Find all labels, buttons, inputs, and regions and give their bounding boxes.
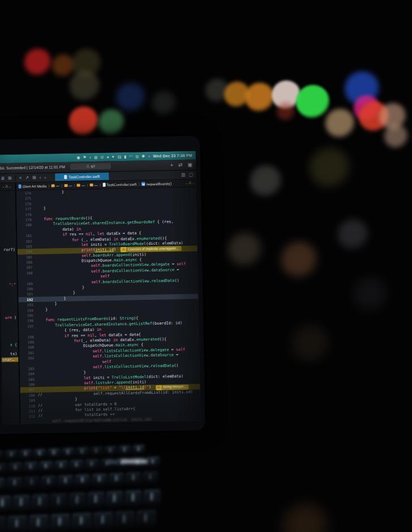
code-fragment: s { [10,343,17,347]
add-editor-icon[interactable]: ⊞ [8,175,12,181]
wifi-icon[interactable]: ◠ [129,155,132,159]
breadcrumb-item-folder[interactable]: — [77,183,85,187]
line-number [21,422,38,422]
bokeh-light [69,107,98,136]
breadcrumb-item-folder[interactable]: — [64,184,72,188]
keyboard-row [0,510,156,532]
breadcrumb-separator: ⟩ [100,183,101,187]
bokeh-light [310,148,350,189]
keyboard-key [88,492,104,507]
back-chevron-icon[interactable]: ‹ [40,175,41,180]
bokeh-light [325,109,355,138]
breadcrumb-item-project[interactable]: Glam Art Media [19,184,47,189]
keyboard-row [0,445,144,459]
focus-editor-icon[interactable]: ↗ [25,175,29,181]
keyboard-key [13,495,29,509]
code-text: } [36,307,48,313]
code-text: } [36,296,66,302]
keyboard-key [34,449,46,457]
code-fragment: ror?) [3,248,15,252]
code-review-button[interactable]: ⇄ [178,161,183,169]
prev-issue-icon[interactable]: ‹ [186,181,187,185]
bokeh-light [70,71,100,101]
activity-warning-pill[interactable]: ⚠ 67 [70,163,111,169]
megaphone-icon[interactable]: ⚑ [83,155,86,159]
keyboard-key [75,475,89,486]
flashlight-icon[interactable]: ♪ [89,155,92,159]
warning-icon: ⚠ [156,385,161,390]
chat-icon[interactable]: ◍ [94,155,97,159]
open-grid-icon[interactable]: ⊞ [32,175,36,180]
screen-content: ◉⚑♪◍⊙◂✦▤▮◠◎✱● Wed Dec 23 7:38 PM dia: Su… [0,151,201,425]
swift-file-icon [102,183,105,187]
breadcrumb-label: — [94,183,97,187]
breadcrumb-separator: ⟩ [138,182,140,186]
tab-taskcontroller[interactable]: TaskController.swift [55,172,109,181]
volume-icon[interactable]: ◂ [106,155,109,159]
code-fragment: ":" [9,283,16,287]
keyboard-key [106,491,123,505]
bokeh-light [345,71,380,107]
warning-count: 67 [91,164,95,168]
warning-text: Coercion of implicitly unwrappabl… [128,246,182,252]
next-issue-icon[interactable]: › [9,185,10,189]
keyboard-key [20,450,32,458]
bokeh-light [354,278,388,312]
warning-icon: ⚠ [86,164,89,168]
keyboard-key [24,476,39,487]
keyboard-glare [121,460,148,463]
keyboard-key [50,493,67,508]
bluetooth-icon[interactable]: ✦ [111,155,115,159]
keyboard-key [41,476,55,487]
night-scene: ◉⚑♪◍⊙◂✦▤▮◠◎✱● Wed Dec 23 7:38 PM dia: Su… [0,0,412,532]
app-menu-icon[interactable]: ◉ [76,155,80,159]
prev-issue-icon[interactable]: ‹ [3,185,4,189]
split-editor-icon[interactable]: ▥ [181,172,186,177]
inline-warning-badge[interactable]: ⚠Coercion of implicitly unwrappabl… [121,246,182,253]
keyboard-key [0,451,3,459]
folder-icon [89,184,93,186]
code-text: } [34,206,46,212]
bokeh-light [277,103,295,121]
breadcrumb-item-folder[interactable]: — [52,184,59,188]
keyboard-key [29,515,48,530]
keyboard-key [133,445,145,453]
breadcrumb-separator: ⟩ [48,184,50,188]
library-add-button[interactable]: + [170,161,173,169]
menu-bar-clock[interactable]: Wed Dec 23 7:38 PM [153,154,192,158]
spotlight-search-icon[interactable]: ✱ [141,154,145,158]
activity-status-text: dia: Succeeded | 12/14/20 at 11:01 PM [0,165,65,170]
siri-icon[interactable]: ● [148,154,150,158]
code-editor[interactable]: 174 }175176177 }178179 func requestBoard… [16,187,201,424]
input-source-flag-icon[interactable]: ▤ [118,155,122,159]
breadcrumb-label: Glam Art Media [23,184,47,189]
line-number [18,278,36,279]
breadcrumb-item-file[interactable]: TaskController.swift [102,182,136,187]
warning-icon: ⚠ [121,247,126,252]
keyboard-key [126,473,140,483]
close-editor-icon[interactable]: × [19,175,22,181]
battery-icon[interactable]: ▮ [124,155,126,159]
breadcrumb-item-folder[interactable]: — [89,183,97,187]
keyboard-key [0,463,7,473]
next-issue-icon[interactable]: › [192,181,194,185]
bokeh-light [281,242,317,278]
fullscreen-icon[interactable]: ▢ [189,172,194,177]
breadcrumb-label: TaskController.swift [106,182,136,187]
editor-layout-button[interactable]: ▣ [187,161,192,169]
keyboard-key [144,490,160,504]
code-text: } [34,190,64,195]
breadcrumb-item-method[interactable]: MrequestBoards() [141,181,171,186]
laptop-keyboard [0,444,184,532]
keyboard-key [125,491,141,505]
laptop-screen: ◉⚑♪◍⊙◂✦▤▮◠◎✱● Wed Dec 23 7:38 PM dia: Su… [0,135,205,434]
breadcrumb-separator: ⟩ [87,183,88,187]
bokeh-light [272,80,301,110]
left-pane-issue-nav[interactable]: ‹ ⚠ › [0,183,16,191]
bokeh-light [338,219,368,250]
record-icon[interactable]: ⊙ [100,155,104,159]
forward-chevron-icon[interactable]: › [44,175,46,180]
control-center-icon[interactable]: ◎ [135,154,139,158]
breadcrumb-label: — [81,183,85,187]
related-items-icon[interactable]: ≣ [1,175,5,181]
